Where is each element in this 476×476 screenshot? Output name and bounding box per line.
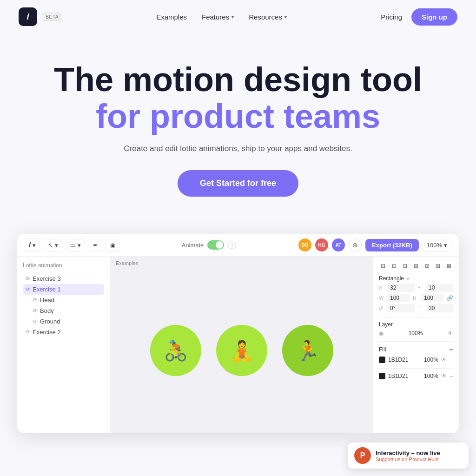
navbar: l BETA Examples Features ▾ Resources ▾ P… <box>0 0 476 33</box>
app-body: Lottie animation ⟳ Exercise 3 ⟳ Exercise… <box>17 257 459 433</box>
fill-opacity-value-2[interactable]: 100% <box>424 373 438 379</box>
chevron-down-icon: ▾ <box>231 14 234 20</box>
w-label: W <box>379 295 384 301</box>
align-left-icon[interactable]: ⊟ <box>379 261 387 271</box>
navbar-logo-area: l BETA <box>19 7 62 26</box>
h-value[interactable]: 100 <box>421 294 444 302</box>
nav-resources[interactable]: Resources ▾ <box>249 13 287 21</box>
shape-label: Rectangle <box>379 275 404 282</box>
fill-row-2: 1B1D21 100% 👁 − <box>379 372 453 380</box>
rotation-corner-row: ↺ 0° ⌒ 30 <box>379 304 453 312</box>
info-icon[interactable]: i <box>228 241 236 249</box>
add-fill-button[interactable]: + <box>449 345 453 354</box>
product-hunt-badge[interactable]: P Interactivity – now live Support us on… <box>348 443 469 469</box>
sync-icon: ⟳ <box>26 286 30 292</box>
ph-subtitle: Support us on Product Hunt <box>376 456 462 462</box>
layers-panel: Lottie animation ⟳ Exercise 3 ⟳ Exercise… <box>17 257 110 433</box>
avatar-at: AT <box>332 238 345 251</box>
toolbar-right: DO HG AT ⊕ Export (32KB) 100% ▾ <box>298 238 451 251</box>
app-toolbar: l ▾ ↖ ▾ ▭ ▾ ✒ ◉ Animate i <box>17 234 459 257</box>
nav-features[interactable]: Features ▾ <box>202 13 234 21</box>
nav-links: Examples Features ▾ Resources ▾ <box>156 13 287 21</box>
hero-title-line2: for product teams <box>19 98 457 135</box>
fill-label: Fill <box>379 346 386 353</box>
fill-color-swatch-2[interactable] <box>379 373 385 379</box>
align-bottom-icon[interactable]: ⊞ <box>434 261 443 271</box>
nav-examples[interactable]: Examples <box>156 13 187 21</box>
layer-body[interactable]: ⟳ Body <box>30 305 104 316</box>
x-value[interactable]: 32 <box>387 284 415 292</box>
opacity-icon: ◉ <box>379 330 383 337</box>
cta-button[interactable]: Get Started for free <box>178 170 298 197</box>
nav-pricing[interactable]: Pricing <box>381 13 402 21</box>
fill-opacity-value[interactable]: 100% <box>424 357 438 363</box>
x-label: X <box>379 285 384 291</box>
exercise-circle-stretching: 🧘 <box>216 325 267 376</box>
animate-label: Animate <box>182 242 204 249</box>
sync-icon: ⟳ <box>26 329 30 335</box>
app-screenshot: l ▾ ↖ ▾ ▭ ▾ ✒ ◉ Animate i <box>17 234 459 433</box>
fill-color-swatch[interactable] <box>379 357 385 363</box>
layer-exercise1[interactable]: ⟳ Exercise 1 <box>23 284 104 295</box>
export-button[interactable]: Export (32KB) <box>365 239 419 251</box>
select-tool-btn[interactable]: ↖ ▾ <box>44 239 62 251</box>
pen-tool-btn[interactable]: ✒ <box>89 239 102 251</box>
canvas-area[interactable]: 🚴 🧘 🏃 <box>110 268 373 433</box>
eye-icon[interactable]: 👁 <box>441 357 447 363</box>
pen-icon: ✒ <box>93 242 98 249</box>
logo[interactable]: l <box>19 7 37 26</box>
align-center-v-icon[interactable]: ⊞ <box>423 261 431 271</box>
chevron-down-icon: ▾ <box>284 14 287 20</box>
toolbar-center: Animate i <box>182 240 237 250</box>
shape-tool-btn[interactable]: ▭ ▾ <box>66 239 85 251</box>
logo-tool-btn[interactable]: l ▾ <box>25 238 40 251</box>
product-hunt-icon: P <box>354 447 371 464</box>
y-value[interactable]: 10 <box>426 284 453 292</box>
animate-toggle[interactable] <box>207 240 224 250</box>
fill-hex-value[interactable]: 1B1D21 <box>388 357 421 363</box>
sync-icon: ⟳ <box>33 297 37 303</box>
w-value[interactable]: 100 <box>387 294 410 302</box>
layer-ground[interactable]: ⟳ Ground <box>30 316 104 327</box>
avatar-do: DO <box>298 238 311 251</box>
zoom-control[interactable]: 100% ▾ <box>423 239 451 251</box>
layer-icons: 👁 <box>448 330 453 337</box>
divider <box>379 368 453 369</box>
rotation-value[interactable]: 0° <box>387 304 415 312</box>
cursor-icon: ↖ <box>48 242 53 249</box>
mask-icon: ◉ <box>110 242 115 249</box>
opacity-value[interactable]: 100% <box>409 330 423 337</box>
rotation-icon: ↺ <box>379 305 384 311</box>
eye-icon-2[interactable]: 👁 <box>441 373 447 379</box>
xy-row: X 32 Y 10 <box>379 284 453 292</box>
mask-tool-btn[interactable]: ◉ <box>106 239 119 251</box>
divider <box>379 341 453 342</box>
fill-hex-value-2[interactable]: 1B1D21 <box>388 373 421 379</box>
align-center-h-icon[interactable]: ⊟ <box>390 261 398 271</box>
exercise-circle-cycling: 🚴 <box>150 325 201 376</box>
chevron-down-icon: ▾ <box>78 242 81 249</box>
canvas-label: Examples <box>110 257 373 268</box>
fill-row: 1B1D21 100% 👁 − <box>379 356 453 364</box>
align-right-icon[interactable]: ⊟ <box>401 261 409 271</box>
canvas-panel: Examples 🚴 🧘 🏃 <box>110 257 373 433</box>
remove-fill-button-2[interactable]: − <box>450 372 453 380</box>
distribute-icon[interactable]: ⊠ <box>445 261 453 271</box>
sync-icon: ⟳ <box>33 308 37 314</box>
layer-label: Layer <box>379 321 393 328</box>
layer-header: Layer <box>379 321 453 328</box>
eye-icon[interactable]: 👁 <box>448 330 453 337</box>
corner-value[interactable]: 30 <box>426 304 453 312</box>
layer-head[interactable]: ⟳ Head <box>30 295 104 305</box>
add-user-button[interactable]: ⊕ <box>349 238 362 251</box>
layer-exercise3[interactable]: ⟳ Exercise 3 <box>23 273 104 284</box>
corner-icon: ⌒ <box>417 305 423 312</box>
align-top-icon[interactable]: ⊞ <box>412 261 420 271</box>
remove-fill-button[interactable]: − <box>450 356 453 364</box>
ph-text-area: Interactivity – now live Support us on P… <box>376 450 462 462</box>
sync-icon: ⟳ <box>26 276 30 282</box>
fill-section: Fill + 1B1D21 100% 👁 − <box>379 345 453 364</box>
layer-exercise2[interactable]: ⟳ Exercise 2 <box>23 327 104 337</box>
chevron-down-icon: ▾ <box>55 242 58 249</box>
signup-button[interactable]: Sign up <box>411 8 457 26</box>
